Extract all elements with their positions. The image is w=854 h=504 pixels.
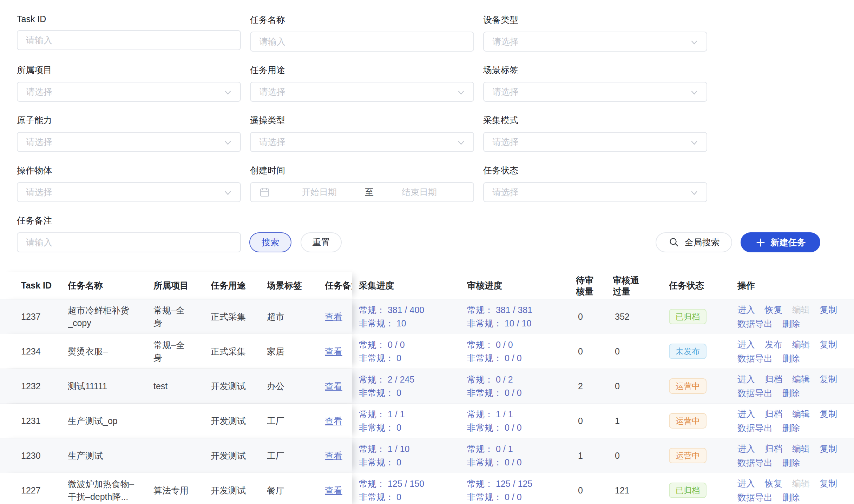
op-edit[interactable]: 编辑: [792, 442, 810, 456]
cell-collect-progress: 常规： 125 / 150 非常规： 0: [352, 473, 467, 504]
date-range-separator: 至: [365, 186, 374, 198]
view-remark-link[interactable]: 查看: [325, 450, 342, 462]
collect-regular: 常规： 1 / 10: [359, 442, 410, 456]
op-export[interactable]: 数据导出: [737, 421, 773, 435]
search-button[interactable]: 搜索: [249, 232, 291, 252]
new-task-button[interactable]: 新建任务: [741, 232, 820, 252]
task-id-input[interactable]: 请输入: [17, 30, 241, 50]
cell-operations: 进入 发布 编辑 复制 数据导出 删除: [732, 334, 854, 369]
op-enter[interactable]: 进入: [737, 372, 755, 386]
view-remark-link[interactable]: 查看: [325, 346, 342, 357]
reset-button[interactable]: 重置: [301, 232, 342, 252]
op-copy[interactable]: 复制: [820, 442, 837, 456]
op-enter[interactable]: 进入: [737, 303, 755, 317]
op-delete[interactable]: 删除: [782, 317, 800, 331]
teleop-type-select[interactable]: 请选择: [250, 132, 474, 152]
col-purpose: 任务用途: [211, 272, 267, 299]
purpose-select[interactable]: 请选择: [250, 82, 474, 102]
op-delete[interactable]: 删除: [782, 490, 800, 504]
cell-status: 运营中: [669, 404, 732, 438]
cell-project: [153, 438, 211, 473]
op-delete[interactable]: 删除: [782, 421, 800, 435]
op-enter[interactable]: 进入: [737, 407, 755, 421]
task-remark-input[interactable]: 请输入: [17, 232, 241, 252]
filter-field-atomic-ability: 原子能力 请选择: [17, 114, 241, 152]
cell-scene: 超市: [267, 299, 325, 334]
op-copy[interactable]: 复制: [820, 337, 837, 351]
task-name-placeholder: 请输入: [259, 36, 285, 47]
view-remark-link[interactable]: 查看: [325, 415, 342, 427]
op-copy[interactable]: 复制: [820, 372, 837, 386]
cell-approved-count: 0: [613, 438, 669, 473]
atomic-ability-select[interactable]: 请选择: [17, 132, 241, 152]
chevron-down-icon: [223, 188, 233, 200]
review-irregular: 非常规： 0 / 0: [467, 456, 522, 469]
cell-status: 未发布: [669, 334, 732, 369]
col-task-id: Task ID: [21, 272, 68, 299]
task-name-input[interactable]: 请输入: [250, 32, 474, 52]
col-status: 任务状态: [669, 272, 732, 299]
op-export[interactable]: 数据导出: [737, 490, 773, 504]
op-archive-toggle[interactable]: 归档: [765, 407, 782, 421]
view-remark-link[interactable]: 查看: [325, 380, 342, 392]
table-body: 1237 超市冷鲜柜补货_copy 常规–全身 正式采集 超市 查看 常规： 3…: [0, 299, 854, 504]
create-time-range-picker[interactable]: 开始日期 至 结束日期: [250, 182, 474, 202]
col-remark: 任务备注: [325, 272, 352, 299]
op-export[interactable]: 数据导出: [737, 351, 773, 365]
op-export[interactable]: 数据导出: [737, 456, 773, 470]
op-export[interactable]: 数据导出: [737, 386, 773, 400]
op-copy[interactable]: 复制: [820, 407, 837, 421]
cell-task-id: 1237: [21, 299, 68, 334]
op-copy[interactable]: 复制: [820, 476, 837, 490]
cell-approved-count: 1: [613, 404, 669, 438]
cell-scene: 餐厅: [267, 473, 325, 504]
op-archive-toggle[interactable]: 恢复: [765, 303, 782, 317]
cell-approved-count: 0: [613, 334, 669, 369]
view-remark-link[interactable]: 查看: [325, 311, 342, 323]
col-review-progress: 审核进度: [467, 272, 576, 299]
cell-review-progress: 常规： 381 / 381 非常规： 10 / 10: [467, 299, 576, 334]
cell-task-name: 生产测试_op: [68, 404, 153, 438]
collect-mode-select[interactable]: 请选择: [483, 132, 707, 152]
cell-purpose: 开发测试: [211, 404, 267, 438]
status-badge: 运营中: [669, 378, 707, 394]
table-row: 1237 超市冷鲜柜补货_copy 常规–全身 正式采集 超市 查看 常规： 3…: [0, 299, 854, 334]
cell-task-name: 测试11111: [68, 369, 153, 403]
op-edit[interactable]: 编辑: [792, 407, 810, 421]
view-remark-link[interactable]: 查看: [325, 485, 342, 496]
scene-tag-select[interactable]: 请选择: [483, 82, 707, 102]
filter-field-create-time: 创建时间 开始日期 至 结束日期: [250, 165, 474, 202]
op-export[interactable]: 数据导出: [737, 317, 773, 331]
op-delete[interactable]: 删除: [782, 351, 800, 365]
cell-operations: 进入 恢复 编辑 复制 数据导出 删除: [732, 473, 854, 504]
task-status-select[interactable]: 请选择: [483, 182, 707, 202]
page: { "colors":{ "primary":"#2b52d8","link":…: [0, 0, 854, 504]
op-enter[interactable]: 进入: [737, 337, 755, 351]
op-archive-toggle[interactable]: 恢复: [765, 476, 782, 490]
op-edit[interactable]: 编辑: [792, 337, 810, 351]
op-enter[interactable]: 进入: [737, 476, 755, 490]
start-date-placeholder[interactable]: 开始日期: [274, 186, 365, 198]
op-edit[interactable]: 编辑: [792, 303, 810, 317]
device-type-select[interactable]: 请选择: [483, 32, 707, 52]
op-archive-toggle[interactable]: 归档: [765, 442, 782, 456]
op-delete[interactable]: 删除: [782, 386, 800, 400]
op-delete[interactable]: 删除: [782, 456, 800, 470]
op-archive-toggle[interactable]: 归档: [765, 372, 782, 386]
col-task-name: 任务名称: [68, 272, 153, 299]
operation-object-select[interactable]: 请选择: [17, 182, 241, 202]
cell-operations: 进入 归档 编辑 复制 数据导出 删除: [732, 369, 854, 403]
op-edit[interactable]: 编辑: [792, 372, 810, 386]
op-enter[interactable]: 进入: [737, 442, 755, 456]
cell-pending-count: 0: [576, 334, 613, 369]
op-edit[interactable]: 编辑: [792, 476, 810, 490]
op-copy[interactable]: 复制: [820, 303, 837, 317]
op-archive-toggle[interactable]: 发布: [765, 337, 782, 351]
cell-purpose: 正式采集: [211, 299, 267, 334]
global-search-button[interactable]: 全局搜索: [656, 232, 732, 252]
table-header: Task ID 任务名称 所属项目 任务用途 场景标签 任务备注 采集进度 审核…: [0, 272, 854, 299]
end-date-placeholder[interactable]: 结束日期: [374, 186, 465, 198]
project-select[interactable]: 请选择: [17, 82, 241, 102]
cell-task-name: 熨烫衣服–: [68, 334, 153, 369]
status-badge: 已归档: [669, 309, 707, 324]
